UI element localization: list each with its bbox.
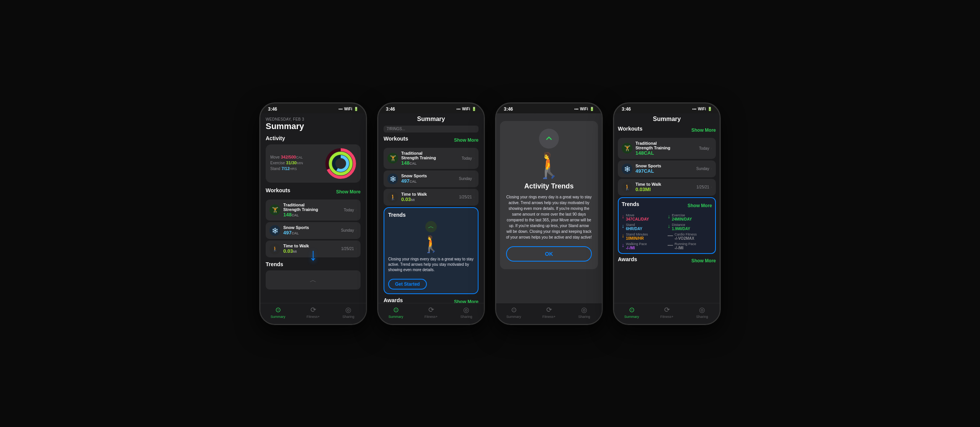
move-row: Move 342/500CAL (270, 155, 322, 159)
show-more-button[interactable]: Show More (336, 189, 361, 195)
p4-trends-title: Trends (622, 201, 639, 207)
stand-min-trend-info: Stand Minutes 10MIN/HR (626, 232, 648, 240)
move-trend-arrow: ↓ (622, 213, 624, 219)
workout-1-card[interactable]: 🏋️ TraditionalStrength Training 148CAL T… (266, 200, 361, 221)
activity-title: Activity (266, 135, 361, 141)
p4-workout-2-date: Sunday (696, 167, 709, 171)
p3-tab-sharing[interactable]: ◎ Sharing (567, 306, 602, 319)
workout-2-date: Sunday (341, 228, 354, 232)
tab-fitness[interactable]: ⟳ Fitness+ (296, 306, 331, 319)
p4-trends-section: Trends Show More ↓ Move 347CAL/DAY (618, 197, 716, 254)
tab-sharing[interactable]: ◎ Sharing (331, 306, 366, 319)
p4-workout-1-name: TraditionalStrength Training (635, 141, 670, 150)
p4-tab-fitness[interactable]: ⟳ Fitness+ (649, 306, 684, 319)
p4-awards-show-more[interactable]: Show More (691, 258, 716, 263)
get-started-button[interactable]: Get Started (388, 279, 427, 290)
p4-fitness-label: Fitness+ (660, 315, 673, 319)
move-value: 342/500CAL (281, 155, 302, 159)
p4-show-more[interactable]: Show More (691, 128, 716, 133)
signal-icon: ▪▪▪ (338, 107, 343, 111)
p2-workout-1-cal: 148CAL (401, 160, 436, 166)
phone-4-notch (648, 103, 686, 113)
activity-card[interactable]: Move 342/500CAL Exercise 31/30MIN Stand … (266, 144, 361, 183)
cardio-trend-value: -/-VO2MAX (675, 236, 697, 240)
fitness-label: Fitness+ (307, 315, 320, 319)
trends-preview-card: ︿ (266, 270, 361, 290)
workout-1-date: Today (344, 208, 354, 212)
tab-summary[interactable]: ⊙ Summary (260, 306, 296, 319)
signal-icon-3: ▪▪▪ (574, 107, 578, 111)
modal-walking-icon: 🚶 (534, 153, 564, 178)
p3-summary-icon: ⊙ (511, 306, 517, 314)
trend-exercise: ↓ Exercise 24MIN/DAY (668, 213, 712, 221)
ok-button[interactable]: OK (506, 246, 592, 262)
p4-walk-icon: 🚶 (622, 182, 632, 193)
trend-up-icon: ︿ (425, 221, 437, 232)
p4-workout-3-dist: 0.03MI (635, 187, 661, 192)
p2-show-more[interactable]: Show More (454, 137, 479, 143)
stand-min-trend-label: Stand Minutes (626, 232, 648, 236)
p2-workout-2[interactable]: ❄️ Snow Sports 497CAL Sunday › (384, 170, 479, 187)
distance-trend-arrow: ↓ (668, 223, 670, 229)
p2-workout-1[interactable]: 🏋️ TraditionalStrength Training 148CAL T… (384, 148, 479, 169)
trends-highlighted-card: Trends ︿ 🚶 Closing your rings every day … (384, 207, 479, 294)
phone-3-main: 🚶 Activity Trends Closing your rings eve… (496, 113, 602, 273)
phone-3: 3:46 ▪▪▪ WiFi 🔋 🚶 (495, 103, 603, 325)
phone-4-content: Summary Workouts Show More 🏋️ Traditiona… (614, 113, 720, 319)
p3-summary-label: Summary (506, 315, 521, 319)
trend-cardio: — Cardio Fitness -/-VO2MAX (668, 232, 712, 240)
p3-tab-fitness[interactable]: ⟳ Fitness+ (531, 306, 567, 319)
stand-min-trend-value: 10MIN/HR (626, 236, 648, 240)
phone-4-time: 3:46 (622, 106, 631, 112)
workout-2-cal: 497CAL (283, 230, 309, 236)
walk-pace-trend-arrow: ↓ (622, 242, 624, 248)
p2-sharing-icon: ◎ (463, 306, 469, 314)
workout-3-date-area: 1/25/21 › (341, 247, 357, 251)
p4-workout-3[interactable]: 🚶 Time to Walk 0.03MI 1/25/21 › (618, 179, 716, 196)
workout-2-date-area: Sunday › (341, 228, 357, 232)
p4-workout-3-date-area: 1/25/21 › (696, 185, 712, 189)
p2-tab-fitness[interactable]: ⟳ Fitness+ (413, 306, 449, 319)
p4-tab-sharing[interactable]: ◎ Sharing (684, 306, 720, 319)
phone-4-tab-bar: ⊙ Summary ⟳ Fitness+ ◎ Sharing (614, 303, 720, 324)
p2-tab-sharing[interactable]: ◎ Sharing (449, 306, 484, 319)
p2-awards-title: Awards (384, 297, 403, 303)
p2-workout-2-cal: 497CAL (401, 178, 427, 184)
trend-walking-pace: ↓ Walking Pace -/-/MI (622, 242, 666, 250)
workout-1-cal: 148CAL (283, 212, 318, 218)
exercise-row: Exercise 31/30MIN (270, 160, 322, 165)
phone-3-time: 3:46 (504, 106, 513, 112)
p2-workout-2-left: ❄️ Snow Sports 497CAL (387, 173, 427, 184)
phone-1: 3:46 ▪▪▪ WiFi 🔋 WEDNESDAY, FEB 3 Summary… (260, 103, 367, 325)
p2-tab-summary[interactable]: ⊙ Summary (378, 306, 413, 319)
p2-workout-3-left: 🚶 Time to Walk 0.03MI (387, 192, 427, 203)
walking-figure-icon: 🚶 (421, 235, 441, 254)
p2-workout-3[interactable]: 🚶 Time to Walk 0.03MI 1/25/21 › (384, 189, 479, 206)
p4-workout-1[interactable]: 🏋️ TraditionalStrength Training 148CAL T… (618, 138, 716, 159)
walk-pace-trend-info: Walking Pace -/-/MI (626, 242, 647, 250)
phone-4-title: Summary (618, 116, 716, 123)
battery-icon-3: 🔋 (590, 107, 594, 111)
phone-1-notch (294, 103, 332, 113)
phone-3-tab-bar: ⊙ Summary ⟳ Fitness+ ◎ Sharing (496, 303, 602, 324)
walk-pace-trend-label: Walking Pace (626, 242, 647, 246)
phone-1-date: WEDNESDAY, FEB 3 (266, 117, 361, 121)
snow-sports-icon: ❄️ (270, 225, 280, 236)
p4-tab-summary[interactable]: ⊙ Summary (614, 306, 649, 319)
p4-trends-show-more[interactable]: Show More (688, 203, 712, 208)
activity-section: Activity Move 342/500CAL Exercise 31/30M… (266, 135, 361, 183)
phone-1-main: WEDNESDAY, FEB 3 Summary Activity Move 3… (260, 113, 366, 293)
walk-pace-trend-value: -/-/MI (626, 246, 647, 250)
p2-workout-3-name: Time to Walk (401, 192, 427, 196)
trends-icon-area: ︿ 🚶 (388, 221, 474, 254)
p4-workout-2[interactable]: ❄️ Snow Sports 497CAL Sunday › (618, 160, 716, 177)
p4-workouts-title: Workouts (618, 126, 642, 132)
p4-workout-3-date: 1/25/21 (696, 185, 709, 189)
run-pace-trend-info: Running Pace -/-/MI (675, 242, 696, 250)
stand-trend-value: 6HR/DAY (626, 227, 642, 231)
wifi-icon-2: WiFi (462, 107, 470, 111)
chevron-right-icon: › (356, 208, 357, 212)
p3-tab-summary[interactable]: ⊙ Summary (496, 306, 531, 319)
move-trend-info: Move 347CAL/DAY (626, 213, 649, 221)
workout-2-card[interactable]: ❄️ Snow Sports 497CAL Sunday › (266, 222, 361, 239)
